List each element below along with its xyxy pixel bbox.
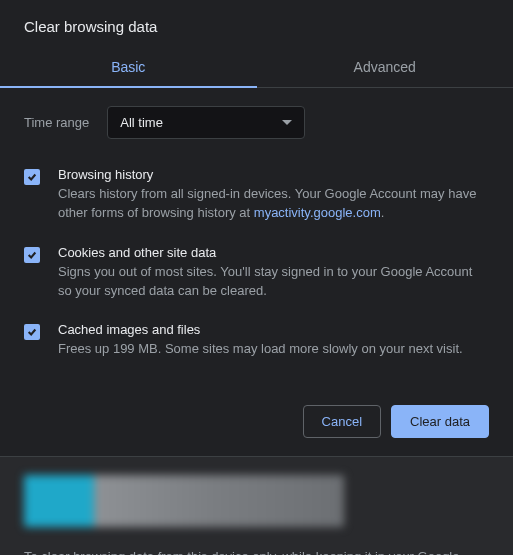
time-range-label: Time range [24, 115, 89, 130]
account-card-blurred [24, 475, 344, 527]
option-browsing-history: Browsing history Clears history from all… [24, 167, 489, 223]
check-icon [27, 327, 37, 337]
dialog-content: Time range All time Browsing history Cle… [0, 88, 513, 401]
option-description: Signs you out of most sites. You'll stay… [58, 263, 489, 301]
dialog-title: Clear browsing data [0, 18, 513, 47]
footer-text: To clear browsing data from this device … [24, 547, 489, 555]
dialog-buttons: Cancel Clear data [0, 401, 513, 456]
check-icon [27, 172, 37, 182]
option-title: Cached images and files [58, 322, 489, 337]
time-range-value: All time [120, 115, 163, 130]
clear-browsing-data-dialog: Clear browsing data Basic Advanced Time … [0, 0, 513, 555]
option-text: Cached images and files Frees up 199 MB.… [58, 322, 489, 359]
option-cache: Cached images and files Frees up 199 MB.… [24, 322, 489, 359]
option-title: Browsing history [58, 167, 489, 182]
tabs: Basic Advanced [0, 47, 513, 88]
time-range-row: Time range All time [24, 106, 489, 139]
checkbox-cache[interactable] [24, 324, 40, 340]
checkbox-cookies[interactable] [24, 247, 40, 263]
check-icon [27, 250, 37, 260]
time-range-select[interactable]: All time [107, 106, 305, 139]
tab-basic[interactable]: Basic [0, 47, 257, 87]
option-description: Clears history from all signed-in device… [58, 185, 489, 223]
option-cookies: Cookies and other site data Signs you ou… [24, 245, 489, 301]
footer: To clear browsing data from this device … [0, 456, 513, 555]
chevron-down-icon [282, 120, 292, 125]
option-text: Cookies and other site data Signs you ou… [58, 245, 489, 301]
checkbox-browsing-history[interactable] [24, 169, 40, 185]
option-text: Browsing history Clears history from all… [58, 167, 489, 223]
tab-indicator [0, 86, 257, 88]
option-title: Cookies and other site data [58, 245, 489, 260]
tab-advanced[interactable]: Advanced [257, 47, 514, 87]
clear-data-button[interactable]: Clear data [391, 405, 489, 438]
option-description: Frees up 199 MB. Some sites may load mor… [58, 340, 489, 359]
cancel-button[interactable]: Cancel [303, 405, 381, 438]
myactivity-link[interactable]: myactivity.google.com [254, 205, 381, 220]
